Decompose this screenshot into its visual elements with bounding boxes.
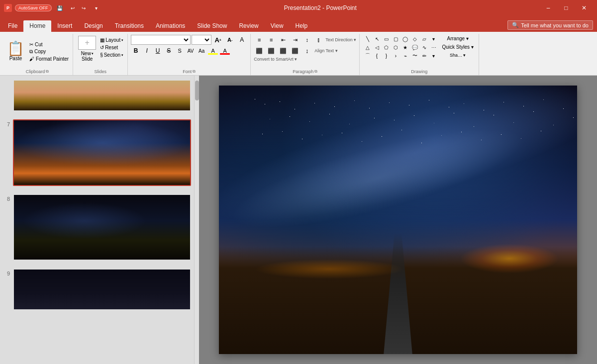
chevron-shape[interactable]: › xyxy=(392,52,400,60)
italic-button[interactable]: I xyxy=(142,46,152,56)
more-shapes[interactable]: ▾ xyxy=(429,35,438,43)
tab-insert[interactable]: Insert xyxy=(51,20,78,32)
font-name-select[interactable] xyxy=(131,35,191,45)
maximize-button[interactable]: □ xyxy=(557,0,575,16)
diamond-shape[interactable]: ◇ xyxy=(410,35,419,43)
para-spacing-button[interactable]: ↨ xyxy=(301,46,312,56)
tab-review[interactable]: Review xyxy=(233,20,264,32)
bracket-shape[interactable]: { xyxy=(373,52,382,60)
numbering-button[interactable]: ≡ xyxy=(266,35,277,45)
arc-shape[interactable]: ⌒ xyxy=(363,52,372,60)
callout-shape[interactable]: 💬 xyxy=(410,43,419,51)
decrease-font-button[interactable]: A- xyxy=(224,35,235,45)
cut-button[interactable]: ✂ Cut xyxy=(28,41,70,48)
paragraph-expand-icon[interactable]: ⧉ xyxy=(314,69,317,74)
slide-thumbnail-selected[interactable] xyxy=(13,119,191,186)
line-shape[interactable]: ╲ xyxy=(363,35,372,43)
new-slide-dropdown-arrow[interactable]: ▾ xyxy=(92,52,94,56)
panel-scrollbar[interactable] xyxy=(194,76,199,364)
justify-button[interactable]: ⬛ xyxy=(290,46,300,56)
tab-view[interactable]: View xyxy=(265,20,290,32)
slide-thumbnail-partial9[interactable] xyxy=(13,269,191,310)
shapes-more2[interactable]: ⋯ xyxy=(429,43,438,51)
layout-button[interactable]: ▦ Layout ▾ xyxy=(99,37,124,43)
format-painter-button[interactable]: 🖌 Format Painter xyxy=(28,56,70,62)
tab-transitions[interactable]: Transitions xyxy=(109,20,150,32)
text-highlight-button[interactable]: A xyxy=(207,46,218,56)
star-shape[interactable]: ★ xyxy=(401,43,410,51)
font-color-button[interactable]: A xyxy=(219,46,230,56)
save-button[interactable]: 💾 xyxy=(55,3,65,13)
triangle-shape[interactable]: △ xyxy=(363,43,372,51)
arrow-shape[interactable]: ↖ xyxy=(373,35,382,43)
section-button[interactable]: § Section ▾ xyxy=(99,52,124,58)
convert-smartart-button[interactable]: Convert to SmartArt ▾ xyxy=(254,57,297,62)
pentagon-shape[interactable]: ⬠ xyxy=(382,43,391,51)
curve-shape[interactable]: ∿ xyxy=(420,43,429,51)
ribbon-shape[interactable]: ⌁ xyxy=(401,52,410,60)
columns-button[interactable]: ⫿ xyxy=(313,35,324,45)
align-text-button[interactable]: Align Text ▾ xyxy=(314,48,337,53)
tab-help[interactable]: Help xyxy=(290,20,314,32)
char-spacing-button[interactable]: AV xyxy=(186,46,196,56)
tab-animations[interactable]: Animations xyxy=(150,20,191,32)
parallelogram-shape[interactable]: ▱ xyxy=(420,35,429,43)
rounded-rect-shape[interactable]: ▢ xyxy=(392,35,400,43)
slide-thumbnail-partial[interactable] xyxy=(13,80,191,111)
bold-button[interactable]: B xyxy=(131,46,141,56)
align-right-button[interactable]: ⬛ xyxy=(278,46,289,56)
bullets-button[interactable]: ≡ xyxy=(254,35,265,45)
rtriangle-shape[interactable]: ◁ xyxy=(373,43,382,51)
change-case-button[interactable]: Aa xyxy=(197,46,206,56)
layout-arrow: ▾ xyxy=(121,38,123,42)
clear-format-button[interactable]: A xyxy=(236,35,247,45)
font-expand-icon[interactable]: ⧉ xyxy=(193,69,196,74)
close-button[interactable]: ✕ xyxy=(575,0,593,16)
slide-panel[interactable]: 7 8 9 xyxy=(0,76,194,364)
increase-indent-button[interactable]: ⇥ xyxy=(290,35,300,45)
tab-design[interactable]: Design xyxy=(78,20,108,32)
autosave-toggle[interactable]: AutoSave OFF xyxy=(15,4,52,11)
tab-file[interactable]: File xyxy=(2,20,23,32)
copy-button[interactable]: ⧉ Copy xyxy=(28,48,70,55)
reset-button[interactable]: ↺ Reset xyxy=(99,44,124,51)
clipboard-expand-icon[interactable]: ⧉ xyxy=(46,69,49,74)
list-item[interactable]: 9 xyxy=(0,265,194,314)
hexagon-shape[interactable]: ⬡ xyxy=(392,43,400,51)
ribbon-tabs: File Home Insert Design Transitions Anim… xyxy=(0,16,597,32)
tab-slideshow[interactable]: Slide Show xyxy=(191,20,233,32)
customize-qat-button[interactable]: ▾ xyxy=(92,3,101,13)
rect-shape[interactable]: ▭ xyxy=(382,35,391,43)
text-direction-button[interactable]: Text Direction ▾ xyxy=(325,37,356,42)
paste-button[interactable]: 📋 Paste xyxy=(5,41,26,62)
shadow-button[interactable]: S xyxy=(175,46,185,56)
font-label: Font ⧉ xyxy=(183,69,196,74)
arrange-button[interactable]: Arrange ▾ xyxy=(440,35,476,42)
scrollbar-thumb[interactable] xyxy=(195,81,199,100)
list-item[interactable] xyxy=(0,76,194,115)
oval-shape[interactable]: ◯ xyxy=(401,35,410,43)
new-slide-button[interactable]: + New ▾ Slide xyxy=(76,35,98,63)
shapes-expand[interactable]: ▾ xyxy=(429,52,438,60)
list-item[interactable]: 7 xyxy=(0,115,194,190)
tab-home[interactable]: Home xyxy=(23,20,51,32)
strikethrough-button[interactable]: S xyxy=(164,46,174,56)
search-box[interactable]: 🔍 Tell me what you want to do xyxy=(507,20,593,30)
wave-shape[interactable]: 〜 xyxy=(410,52,419,60)
shape-fill-button[interactable]: Sha… ▾ xyxy=(440,52,476,59)
freeform-shape[interactable]: ✏ xyxy=(420,52,429,60)
decrease-indent-button[interactable]: ⇤ xyxy=(278,35,289,45)
align-left-button[interactable]: ⬛ xyxy=(254,46,265,56)
redo-button[interactable]: ↪ xyxy=(79,3,89,13)
font-size-select[interactable] xyxy=(192,35,211,45)
line-spacing-button[interactable]: ↕ xyxy=(301,35,312,45)
underline-button[interactable]: U xyxy=(153,46,163,56)
brace-shape[interactable]: } xyxy=(382,52,391,60)
undo-button[interactable]: ↩ xyxy=(68,3,78,13)
minimize-button[interactable]: – xyxy=(539,0,557,16)
slide-thumbnail[interactable] xyxy=(13,194,191,261)
align-center-button[interactable]: ⬛ xyxy=(266,46,277,56)
quick-styles-button[interactable]: Quick Styles ▾ xyxy=(440,43,476,51)
list-item[interactable]: 8 xyxy=(0,190,194,265)
increase-font-button[interactable]: A+ xyxy=(212,35,223,45)
